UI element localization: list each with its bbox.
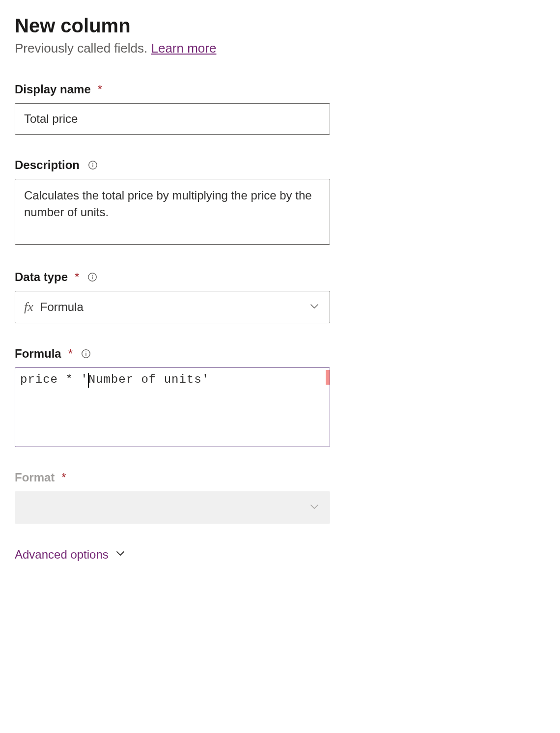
display-name-field-group: Display name * — [15, 83, 545, 135]
formula-text-before-caret: price * ' — [20, 373, 88, 386]
chevron-down-icon — [308, 501, 320, 514]
description-input[interactable]: Calculates the total price by multiplyin… — [15, 179, 330, 245]
display-name-label-text: Display name — [15, 83, 91, 96]
text-caret — [88, 373, 89, 388]
advanced-options-toggle[interactable]: Advanced options — [15, 547, 545, 562]
minimap-error-marker — [326, 370, 330, 385]
formula-content[interactable]: price * 'Number of units' — [15, 368, 323, 447]
required-asterisk: * — [61, 471, 66, 484]
required-asterisk: * — [75, 270, 79, 284]
display-name-input[interactable] — [15, 103, 330, 135]
data-type-select[interactable]: fx Formula — [15, 291, 330, 323]
info-icon[interactable] — [87, 272, 98, 282]
info-icon[interactable] — [81, 348, 91, 359]
format-select — [15, 491, 330, 524]
advanced-options-label: Advanced options — [15, 548, 109, 562]
page-title: New column — [15, 15, 545, 37]
data-type-field-group: Data type * fx Formula — [15, 270, 545, 323]
fx-icon: fx — [24, 300, 33, 314]
data-type-label-text: Data type — [15, 270, 68, 284]
formula-label-text: Formula — [15, 347, 61, 361]
formula-field-group: Formula * price * 'Number of units' — [15, 347, 545, 447]
formula-label: Formula * — [15, 347, 545, 361]
formula-minimap — [323, 368, 330, 447]
data-type-label: Data type * — [15, 270, 545, 284]
formula-editor[interactable]: price * 'Number of units' — [15, 367, 330, 447]
subtitle-text: Previously called fields. — [15, 41, 151, 56]
info-icon[interactable] — [87, 160, 98, 170]
description-label: Description — [15, 158, 545, 172]
formula-text-after-caret: Number of units' — [88, 373, 209, 386]
required-asterisk: * — [98, 83, 102, 96]
format-label-text: Format — [15, 471, 55, 484]
svg-point-1 — [92, 163, 93, 164]
svg-point-7 — [85, 351, 86, 352]
svg-point-4 — [92, 275, 93, 276]
data-type-value: Formula — [40, 300, 84, 314]
display-name-label: Display name * — [15, 83, 545, 96]
description-label-text: Description — [15, 158, 80, 172]
required-asterisk: * — [68, 347, 73, 361]
learn-more-link[interactable]: Learn more — [151, 41, 216, 56]
chevron-down-icon — [114, 547, 126, 562]
subtitle: Previously called fields. Learn more — [15, 41, 545, 56]
description-field-group: Description Calculates the total price b… — [15, 158, 545, 247]
format-field-group: Format * — [15, 471, 545, 524]
format-label: Format * — [15, 471, 545, 484]
